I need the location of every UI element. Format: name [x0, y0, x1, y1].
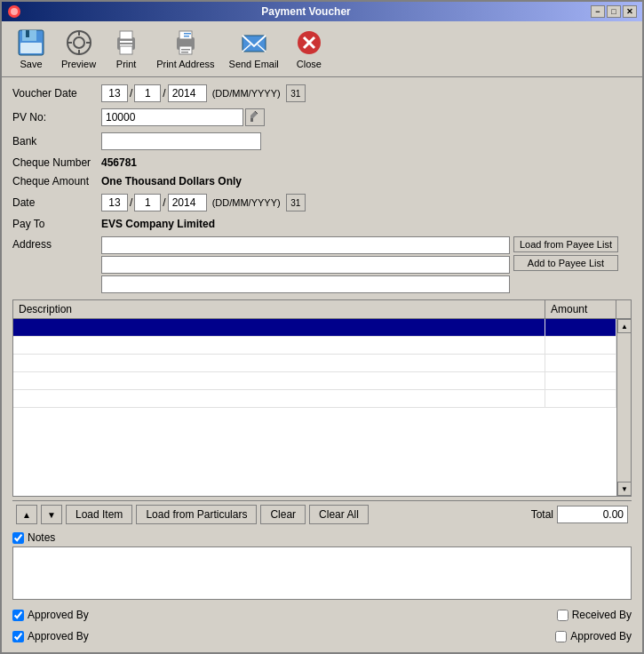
svg-rect-23 — [181, 52, 188, 53]
notes-label: Notes — [28, 531, 55, 544]
close-icon — [295, 28, 323, 57]
svg-rect-30 — [250, 118, 253, 122]
date-calendar-button[interactable]: 31 — [286, 194, 306, 211]
load-from-payee-list-button[interactable]: Load from Payee List — [513, 236, 618, 252]
notes-textarea[interactable] — [12, 546, 632, 600]
clear-all-button[interactable]: Clear All — [309, 505, 369, 524]
scroll-up-button[interactable]: ▲ — [617, 319, 631, 333]
date-month[interactable] — [134, 194, 161, 211]
date-field: / / (DD/MM/YYYY) 31 — [101, 194, 306, 211]
table-row[interactable] — [13, 337, 616, 355]
grid-header: Description Amount — [13, 300, 631, 319]
date-format: (DD/MM/YYYY) — [212, 197, 281, 208]
approved-by-2-checkbox[interactable] — [12, 631, 24, 642]
voucher-date-month[interactable] — [134, 84, 161, 102]
table-row[interactable] — [13, 319, 616, 337]
voucher-date-day[interactable] — [101, 84, 128, 102]
maximize-button[interactable]: □ — [607, 5, 621, 18]
cheque-amount-row: Cheque Amount One Thousand Dollars Only — [12, 175, 632, 187]
address-line3[interactable] — [101, 275, 510, 293]
approved-by-2-label: Approved By — [28, 630, 89, 642]
svg-point-1 — [11, 8, 18, 15]
approved-by-1: Approved By — [12, 609, 89, 621]
save-label: Save — [20, 59, 42, 69]
pay-to-row: Pay To EVS Company Limited — [12, 218, 632, 230]
svg-rect-5 — [20, 43, 42, 53]
minimize-button[interactable]: − — [591, 5, 605, 18]
description-header: Description — [13, 300, 545, 318]
notes-checkbox[interactable] — [12, 532, 24, 544]
approved-by-1-label: Approved By — [28, 609, 89, 621]
date-year[interactable] — [168, 194, 207, 211]
date-label: Date — [12, 196, 101, 209]
notes-section: Notes — [12, 531, 632, 602]
svg-point-7 — [74, 37, 84, 48]
add-to-payee-list-button[interactable]: Add to Payee List — [513, 255, 618, 271]
grid-body-container: ▲ ▼ — [13, 319, 631, 496]
pay-to-value: EVS Company Limited — [101, 218, 215, 230]
svg-rect-4 — [26, 30, 29, 37]
address-line2[interactable] — [101, 256, 510, 274]
cheque-amount-label: Cheque Amount — [12, 175, 101, 187]
bank-input[interactable] — [101, 132, 261, 150]
send-email-button[interactable]: Send Email — [223, 25, 285, 73]
total-value — [557, 506, 628, 523]
print-button[interactable]: Print — [104, 25, 148, 73]
print-address-label: Print Address — [156, 59, 214, 69]
pv-no-edit-button[interactable] — [245, 108, 265, 126]
move-down-button[interactable]: ▼ — [41, 505, 62, 524]
svg-rect-15 — [120, 31, 132, 39]
approved-by-right-checkbox[interactable] — [555, 631, 567, 642]
print-address-button[interactable]: Print Address — [150, 25, 220, 73]
table-row[interactable] — [13, 355, 616, 372]
pv-no-input[interactable] — [101, 108, 243, 126]
svg-rect-22 — [181, 49, 190, 51]
save-icon — [17, 28, 45, 57]
close-label: Close — [297, 59, 322, 69]
preview-button[interactable]: Preview — [55, 25, 102, 73]
voucher-date-format: (DD/MM/YYYY) — [212, 88, 281, 99]
cheque-amount-value: One Thousand Dollars Only — [101, 175, 242, 187]
main-window: Payment Voucher − □ ✕ Save — [0, 0, 644, 654]
clear-button[interactable]: Clear — [260, 505, 306, 524]
address-line1[interactable] — [101, 236, 510, 254]
svg-rect-21 — [184, 36, 189, 37]
bank-label: Bank — [12, 135, 101, 148]
date-day[interactable] — [101, 194, 128, 211]
print-label: Print — [116, 59, 137, 69]
preview-label: Preview — [61, 59, 96, 69]
address-label: Address — [12, 236, 101, 251]
pv-no-row: PV No: — [12, 108, 632, 126]
cheque-number-label: Cheque Number — [12, 156, 101, 169]
received-by-checkbox[interactable] — [557, 610, 568, 621]
pay-to-label: Pay To — [12, 218, 101, 230]
window-close-button[interactable]: ✕ — [623, 5, 637, 18]
load-item-button[interactable]: Load Item — [66, 505, 132, 524]
grid-rows — [13, 319, 616, 496]
approved-by-2: Approved By — [12, 630, 89, 642]
scroll-down-button[interactable]: ▼ — [617, 482, 631, 496]
bank-row: Bank — [12, 132, 632, 150]
load-from-particulars-button[interactable]: Load from Particulars — [136, 505, 257, 524]
save-button[interactable]: Save — [9, 25, 53, 73]
svg-rect-20 — [184, 33, 191, 35]
close-button[interactable]: Close — [287, 25, 331, 73]
table-row[interactable] — [13, 390, 616, 408]
app-icon — [7, 4, 21, 19]
approved-by-right-label: Approved By — [570, 630, 632, 642]
total-section: Total — [531, 506, 628, 523]
date-row: Date / / (DD/MM/YYYY) 31 — [12, 194, 632, 211]
scrollbar-spacer — [616, 300, 631, 318]
scrollbar-track — [617, 333, 631, 482]
address-section: Address Load from Payee List Add to Paye… — [12, 236, 632, 293]
move-up-button[interactable]: ▲ — [16, 505, 37, 524]
voucher-date-year[interactable] — [168, 84, 207, 102]
svg-rect-16 — [120, 46, 132, 54]
table-row[interactable] — [13, 372, 616, 390]
print-icon — [112, 28, 140, 57]
voucher-date-calendar-button[interactable]: 31 — [286, 84, 306, 102]
window-controls: − □ ✕ — [591, 5, 637, 18]
footer-row-2: Approved By Approved By — [12, 627, 632, 645]
cheque-number-row: Cheque Number 456781 — [12, 156, 632, 169]
approved-by-1-checkbox[interactable] — [12, 610, 24, 621]
